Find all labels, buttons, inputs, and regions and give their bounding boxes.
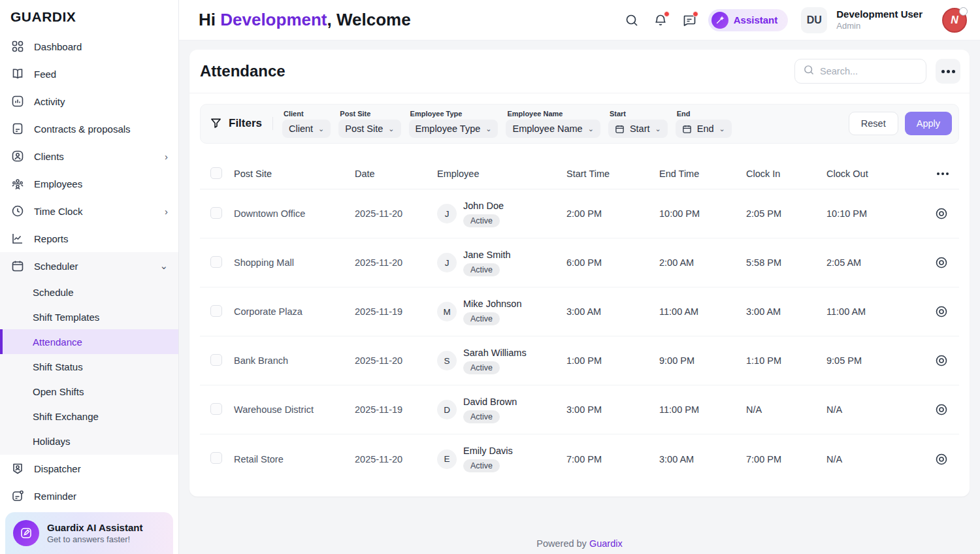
sidebar-item-dashboard[interactable]: Dashboard [0,33,178,60]
table-search [794,59,926,84]
user-initials-badge[interactable]: DU [801,7,827,33]
cell-end-time: 10:00 PM [659,208,746,219]
avatar[interactable]: N [942,8,967,33]
row-checkbox[interactable] [210,354,222,366]
row-checkbox[interactable] [210,452,222,464]
app-logo: GUARDIX [0,0,178,33]
powered-by-text: Powered by [536,538,589,549]
row-checkbox[interactable] [210,403,222,415]
sidebar-subitem-schedule[interactable]: Schedule [0,280,178,304]
view-details-button[interactable] [934,255,949,270]
column-header-clock-out[interactable]: Clock Out [826,169,909,179]
assistant-button[interactable]: Assistant [708,9,789,31]
sidebar-item-time-clock[interactable]: Time Clock › [0,197,178,225]
table-row[interactable]: Downtown Office 2025-11-20 J John DoeAct… [200,189,959,238]
columns-menu-button[interactable] [909,172,949,175]
view-details-button[interactable] [934,206,949,221]
column-header-start-time[interactable]: Start Time [566,169,659,179]
column-header-end-time[interactable]: End Time [659,169,746,179]
row-checkbox[interactable] [210,207,222,219]
view-details-button[interactable] [934,353,949,368]
page-greeting: Hi Development, Welcome [199,10,411,30]
sidebar-item-scheduler[interactable]: Scheduler ⌄ [0,252,178,280]
view-details-button[interactable] [934,452,949,466]
select-all-checkbox[interactable] [210,167,222,179]
cell-post-site: Downtown Office [234,208,355,219]
content-area: Attendance [179,41,980,554]
employee-avatar: M [437,302,457,321]
sidebar-item-feed[interactable]: Feed [0,60,178,88]
employee-name: Sarah Williams [463,348,527,358]
start-date-dropdown[interactable]: Start⌄ [608,120,668,138]
column-header-post-site[interactable]: Post Site [234,169,355,179]
footer-brand-link[interactable]: Guardix [589,538,623,549]
status-badge: Active [463,361,500,374]
column-header-date[interactable]: Date [355,169,437,179]
cell-employee: J John DoeActive [437,201,566,227]
notifications-bell-icon[interactable] [651,10,670,30]
sidebar-item-label: Dashboard [34,41,82,52]
cell-clock-in: 7:00 PM [746,454,826,464]
sidebar-item-reports[interactable]: Reports [0,225,178,252]
sidebar-item-employees[interactable]: Employees [0,170,178,197]
ai-assistant-card[interactable]: Guardix AI Assistant Get to answers fast… [5,512,173,554]
dashboard-icon [10,39,25,54]
column-header-clock-in[interactable]: Clock In [746,169,826,179]
cell-date: 2025-11-19 [355,306,437,317]
sidebar-item-contracts[interactable]: Contracts & proposals [0,115,178,142]
view-details-button[interactable] [934,402,949,417]
post-site-dropdown[interactable]: Post Site⌄ [338,120,400,138]
greeting-name: Development [220,10,327,29]
table-row[interactable]: Warehouse District 2025-11-19 D David Br… [200,385,959,434]
end-date-dropdown[interactable]: End⌄ [676,120,732,138]
reset-button[interactable]: Reset [849,112,898,135]
search-icon[interactable] [622,10,642,30]
sidebar-item-activity[interactable]: Activity [0,88,178,115]
apply-button[interactable]: Apply [905,112,952,135]
column-header-employee[interactable]: Employee [437,169,566,179]
dispatcher-icon [10,461,25,476]
messages-icon[interactable] [679,10,699,30]
user-role: Admin [836,21,923,31]
table-row[interactable]: Bank Branch 2025-11-20 S Sarah WilliamsA… [200,336,959,385]
filter-label: Start [610,110,668,118]
cell-end-time: 11:00 AM [659,306,746,317]
sidebar-subitem-holidays[interactable]: Holidays [0,429,178,453]
filter-label: Employee Name [507,110,600,118]
attendance-table: Post Site Date Employee Start Time End T… [200,149,959,483]
cell-employee: J Jane SmithActive [437,250,566,276]
filter-value: Employee Name [512,123,582,134]
sidebar-item-label: Employees [34,178,82,189]
employee-name-dropdown[interactable]: Employee Name⌄ [506,120,600,138]
sidebar-subitem-label: Holidays [33,436,71,447]
filters-title: Filters [210,117,273,130]
more-options-button[interactable] [936,59,960,84]
sidebar-subitem-attendance[interactable]: Attendance [0,329,178,354]
table-row[interactable]: Retail Store 2025-11-20 E Emily DavisAct… [200,434,959,483]
search-input[interactable] [820,66,918,76]
scheduler-group: Scheduler ⌄ Schedule Shift Templates Att… [0,252,178,455]
status-badge: Active [463,459,500,472]
client-dropdown[interactable]: Client⌄ [282,120,331,138]
assistant-label: Assistant [734,14,778,25]
sidebar-item-reminder[interactable]: Reminder [0,482,178,510]
row-checkbox[interactable] [210,256,222,268]
cell-date: 2025-11-20 [355,208,437,219]
row-checkbox[interactable] [210,305,222,317]
ai-card-title: Guardix AI Assistant [47,522,142,533]
cell-clock-out: 9:05 PM [826,355,909,366]
sidebar-item-dispatcher[interactable]: Dispatcher [0,455,178,482]
sidebar-item-label: Scheduler [34,261,78,272]
filter-label: Post Site [340,110,400,118]
employee-name: Emily Davis [463,446,513,456]
table-row[interactable]: Corporate Plaza 2025-11-19 M Mike Johnso… [200,287,959,336]
sidebar-subitem-shift-templates[interactable]: Shift Templates [0,304,178,329]
employee-type-dropdown[interactable]: Employee Type⌄ [409,120,498,138]
sidebar-subitem-shift-exchange[interactable]: Shift Exchange [0,404,178,429]
view-details-button[interactable] [934,304,949,319]
sidebar-subitem-shift-status[interactable]: Shift Status [0,354,178,379]
sidebar-item-clients[interactable]: Clients › [0,142,178,170]
table-row[interactable]: Shopping Mall 2025-11-20 J Jane SmithAct… [200,238,959,287]
filter-label: Employee Type [410,110,498,118]
sidebar-subitem-open-shifts[interactable]: Open Shifts [0,379,178,404]
